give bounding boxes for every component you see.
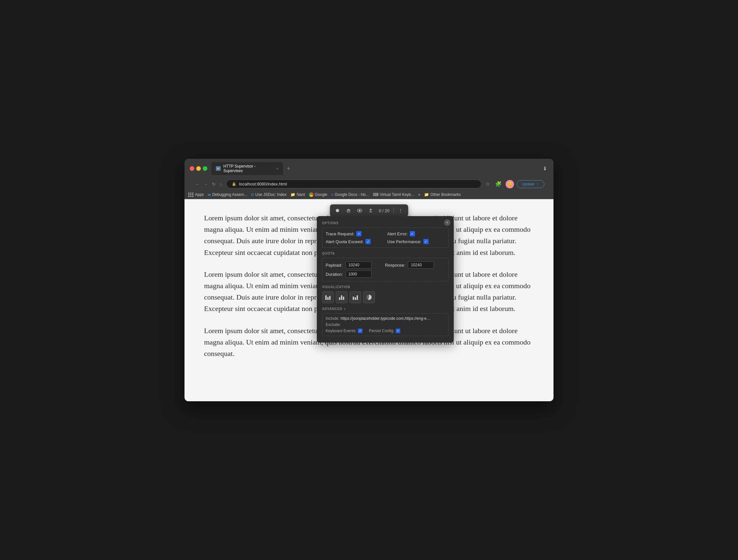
duration-label: Duration: xyxy=(326,272,343,277)
bookmark-favicon-g: G xyxy=(251,193,254,196)
vis-bar1-button[interactable] xyxy=(322,292,334,303)
payload-input[interactable] xyxy=(346,261,372,268)
bookmark-jsdoc-label: Use JSDoc: Index xyxy=(255,192,287,197)
quota-grid: Payload: Response: Duration: xyxy=(322,258,448,281)
bookmark-googledocs-label: Google Docs - Ho... xyxy=(335,192,369,197)
eye-icon xyxy=(357,208,362,212)
bookmark-debugging[interactable]: m Debugging Assem... xyxy=(208,192,247,197)
vis-bar3-button[interactable] xyxy=(349,292,361,303)
update-chevron-icon: ⋮ xyxy=(535,182,539,186)
bookmark-tamil-label: Virtual Tamil Keyb... xyxy=(380,192,414,197)
quota-section-title: QUOTA xyxy=(322,251,448,255)
include-value: https://jsonplaceholder.typicode.com,htt… xyxy=(341,316,432,321)
bar-chart3-icon xyxy=(353,295,358,300)
extensions-icon[interactable]: 🧩 xyxy=(494,179,503,188)
bookmark-other-label: Other Bookmarks xyxy=(430,192,461,197)
bookmarks-bar: Apps m Debugging Assem... G Use JSDoc: I… xyxy=(184,191,554,199)
keyboard-events-checkbox[interactable]: ✓ xyxy=(358,329,362,333)
trace-request-option: Trace Request: ✓ xyxy=(326,231,383,236)
vis-pie-button[interactable] xyxy=(363,292,375,303)
tab-close-button[interactable]: × xyxy=(277,166,278,170)
persist-config-checkbox[interactable]: ✓ xyxy=(396,329,400,333)
check-icon: ✓ xyxy=(424,240,427,243)
update-button[interactable]: Update ⋮ xyxy=(517,180,544,188)
bookmark-tamil[interactable]: ⌨ Virtual Tamil Keyb... xyxy=(373,192,414,197)
bookmark-other[interactable]: 📁 Other Bookmarks xyxy=(424,192,461,197)
bookmark-more[interactable]: » xyxy=(418,192,420,197)
options-dialog: × OPTIONS Trace Request: ✓ Alert Error: xyxy=(317,216,454,343)
check-icon: ✓ xyxy=(397,329,399,333)
bookmark-apps-label: Apps xyxy=(195,192,204,197)
traffic-lights xyxy=(190,166,207,171)
extension-toolbar: 0 / 20 ⋮ xyxy=(330,204,408,217)
options-grid: Trace Request: ✓ Alert Error: ✓ Alert Qu… xyxy=(322,227,448,248)
new-tab-button[interactable]: + xyxy=(284,165,293,172)
check-icon: ✓ xyxy=(367,240,370,243)
address-toolbar-right: ☆ 🧩 😊 Update ⋮ xyxy=(484,179,544,188)
ext-divider xyxy=(393,208,394,213)
alert-quota-label: Alert Quota Exceed: xyxy=(326,239,363,244)
delete-button[interactable] xyxy=(344,206,353,215)
bookmark-apps[interactable]: Apps xyxy=(189,192,204,197)
alert-quota-checkbox[interactable]: ✓ xyxy=(365,239,371,244)
bookmark-folder-icon: 📁 xyxy=(291,192,295,197)
bookmark-debugging-label: Debugging Assem... xyxy=(212,192,247,197)
alert-error-checkbox[interactable]: ✓ xyxy=(410,231,415,236)
exclude-row: Exclude: xyxy=(326,323,445,327)
bookmark-jsdoc[interactable]: G Use JSDoc: Index xyxy=(251,192,287,197)
response-label: Response: xyxy=(385,263,405,267)
update-label: Update xyxy=(521,182,534,186)
alert-error-option: Alert Error: ✓ xyxy=(387,231,445,236)
advanced-section: ADVANCED ∨ Include: https://jsonplacehol… xyxy=(322,307,448,336)
bar-chart1-icon xyxy=(325,295,331,300)
response-input[interactable] xyxy=(408,261,434,268)
bookmark-star-icon[interactable]: ☆ xyxy=(484,179,491,188)
use-performance-checkbox[interactable]: ✓ xyxy=(423,239,429,244)
maximize-button[interactable] xyxy=(203,166,207,171)
url-bar[interactable]: 🔒 localhost:8080/index.html xyxy=(226,179,481,188)
bar-chart2-icon xyxy=(339,295,344,300)
home-button[interactable]: ⌂ xyxy=(219,181,224,187)
advanced-header[interactable]: ADVANCED ∨ xyxy=(322,307,448,311)
bookmark-more-label: » xyxy=(418,192,420,197)
visualization-section: VISUALIZATION xyxy=(322,285,448,303)
vis-bar2-button[interactable] xyxy=(336,292,348,303)
exclude-label: Exclude: xyxy=(326,323,341,327)
dialog-close-button[interactable]: × xyxy=(444,219,450,226)
reload-button[interactable]: ↻ xyxy=(211,181,217,187)
page-content: 0 / 20 ⋮ × OPTIONS Trace Request: ✓ xyxy=(184,199,554,401)
options-section: OPTIONS Trace Request: ✓ Alert Error: ✓ xyxy=(322,221,448,248)
eye-button[interactable] xyxy=(355,206,364,215)
title-bar-top: H HTTP Supervisor - Supervises × + ⬇ xyxy=(190,162,548,178)
duration-input[interactable] xyxy=(346,270,372,278)
back-button[interactable]: ← xyxy=(194,181,201,187)
record-button[interactable] xyxy=(333,206,342,215)
bookmark-nant[interactable]: 📁 Nant xyxy=(291,192,305,197)
delete-icon xyxy=(346,208,351,213)
include-label: Include: xyxy=(326,316,339,321)
payload-label: Payload: xyxy=(326,263,343,267)
upload-button[interactable] xyxy=(366,206,375,215)
check-icon: ✓ xyxy=(359,329,362,333)
avatar[interactable]: 😊 xyxy=(505,180,514,188)
trace-request-label: Trace Request: xyxy=(326,231,354,236)
close-button[interactable] xyxy=(190,166,194,171)
ext-counter: 0 / 20 xyxy=(377,208,391,213)
bookmark-googledocs[interactable]: ≡ Google Docs - Ho... xyxy=(331,192,369,197)
close-icon: × xyxy=(446,220,448,225)
ext-more-button[interactable]: ⋮ xyxy=(396,206,405,215)
forward-button[interactable]: → xyxy=(202,181,209,187)
ext-more-icon: ⋮ xyxy=(398,208,403,213)
options-section-title: OPTIONS xyxy=(322,221,448,225)
address-bar: ← → ↻ ⌂ 🔒 localhost:8080/index.html ☆ 🧩 … xyxy=(190,178,548,191)
svg-point-7 xyxy=(359,210,361,211)
keyboard-events-label: Keyboard Events: xyxy=(326,329,357,333)
advanced-title: ADVANCED xyxy=(322,307,342,311)
active-tab[interactable]: H HTTP Supervisor - Supervises × xyxy=(211,162,283,175)
nav-buttons: ← → ↻ ⌂ xyxy=(194,181,224,187)
minimize-button[interactable] xyxy=(196,166,201,171)
trace-request-checkbox[interactable]: ✓ xyxy=(356,231,362,236)
quota-section: QUOTA Payload: Response: Duration: xyxy=(322,251,448,281)
downloads-icon[interactable]: ⬇ xyxy=(541,164,548,173)
bookmark-google[interactable]: Google xyxy=(309,192,328,197)
